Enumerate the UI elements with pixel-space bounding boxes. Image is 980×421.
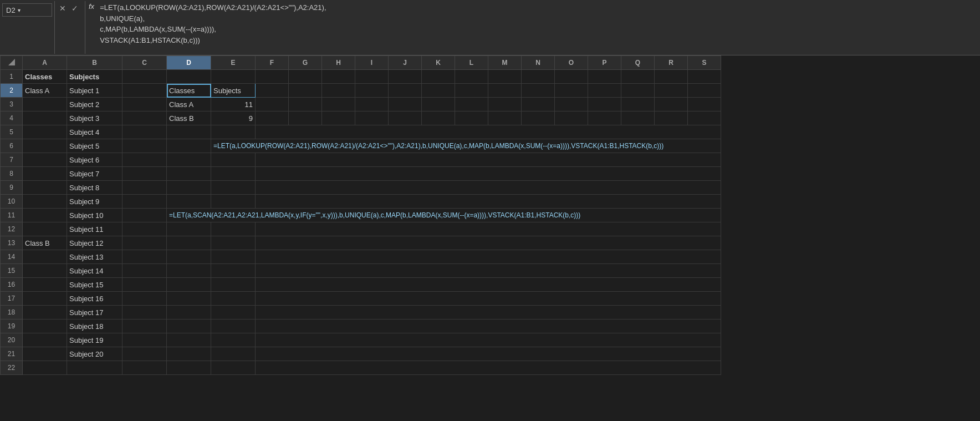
- cell-D7[interactable]: [167, 153, 211, 167]
- cell-B18[interactable]: Subject 17: [67, 306, 122, 319]
- cell-B21[interactable]: Subject 20: [67, 347, 122, 361]
- cell-E6[interactable]: =LET(a,LOOKUP(ROW(A2:A21),ROW(A2:A21)/(A…: [211, 139, 721, 153]
- cell-L4[interactable]: [455, 111, 488, 125]
- cell-D14[interactable]: [167, 250, 211, 264]
- cell-E22[interactable]: [211, 361, 256, 375]
- cell-ref-dropdown-arrow[interactable]: ▾: [18, 7, 21, 13]
- cell-S3[interactable]: [688, 98, 721, 111]
- cell-J4[interactable]: [389, 111, 422, 125]
- cell-B2[interactable]: Subject 1: [67, 84, 122, 98]
- cell-D21[interactable]: [167, 347, 211, 361]
- col-header-F[interactable]: F: [256, 56, 289, 70]
- cell-J1[interactable]: [389, 70, 422, 84]
- cell-F9-onward[interactable]: [256, 181, 721, 195]
- col-header-O[interactable]: O: [555, 56, 588, 70]
- cell-A9[interactable]: [23, 181, 67, 195]
- cell-D12[interactable]: [167, 222, 211, 236]
- cell-C15[interactable]: [122, 264, 167, 278]
- cell-D22[interactable]: [167, 361, 211, 375]
- cell-F20-onward[interactable]: [256, 333, 721, 347]
- cell-C14[interactable]: [122, 250, 167, 264]
- cell-A13[interactable]: Class B: [23, 236, 67, 250]
- cell-A1[interactable]: Classes: [23, 70, 67, 84]
- cell-A10[interactable]: [23, 195, 67, 209]
- cell-L3[interactable]: [455, 98, 488, 111]
- cell-S4[interactable]: [688, 111, 721, 125]
- cell-D6-formula[interactable]: [167, 139, 211, 153]
- cell-K2[interactable]: [422, 84, 455, 98]
- cancel-edit-button[interactable]: ✕: [57, 3, 68, 13]
- cell-D20[interactable]: [167, 333, 211, 347]
- cell-C7[interactable]: [122, 153, 167, 167]
- cell-A7[interactable]: [23, 153, 67, 167]
- cell-O1[interactable]: [555, 70, 588, 84]
- col-header-R[interactable]: R: [655, 56, 688, 70]
- cell-B15[interactable]: Subject 14: [67, 264, 122, 278]
- cell-P2[interactable]: [588, 84, 621, 98]
- cell-N2[interactable]: [522, 84, 555, 98]
- cell-F16-onward[interactable]: [256, 278, 721, 292]
- cell-C8[interactable]: [122, 167, 167, 181]
- cell-B20[interactable]: Subject 19: [67, 333, 122, 347]
- cell-B9[interactable]: Subject 8: [67, 181, 122, 195]
- cell-N1[interactable]: [522, 70, 555, 84]
- col-header-P[interactable]: P: [588, 56, 621, 70]
- cell-A14[interactable]: [23, 250, 67, 264]
- cell-K3[interactable]: [422, 98, 455, 111]
- cell-E20[interactable]: [211, 333, 256, 347]
- cell-D11-formula[interactable]: =LET(a,SCAN(A2:A21,A2:A21,LAMBDA(x,y,IF(…: [167, 209, 721, 222]
- cell-I4[interactable]: [355, 111, 389, 125]
- cell-B5[interactable]: Subject 4: [67, 125, 122, 139]
- cell-F14-onward[interactable]: [256, 250, 721, 264]
- cell-D18[interactable]: [167, 306, 211, 319]
- cell-F4[interactable]: [256, 111, 289, 125]
- cell-K1[interactable]: [422, 70, 455, 84]
- cell-G1[interactable]: [289, 70, 322, 84]
- cell-A18[interactable]: [23, 306, 67, 319]
- cell-P1[interactable]: [588, 70, 621, 84]
- cell-F5-onward[interactable]: [256, 125, 721, 139]
- cell-C4[interactable]: [122, 111, 167, 125]
- cell-A6[interactable]: [23, 139, 67, 153]
- cell-D16[interactable]: [167, 278, 211, 292]
- col-header-K[interactable]: K: [422, 56, 455, 70]
- cell-C1[interactable]: [122, 70, 167, 84]
- cell-A15[interactable]: [23, 264, 67, 278]
- cell-M4[interactable]: [488, 111, 522, 125]
- cell-F18-onward[interactable]: [256, 306, 721, 319]
- cell-B16[interactable]: Subject 15: [67, 278, 122, 292]
- cell-B13[interactable]: Subject 12: [67, 236, 122, 250]
- cell-A3[interactable]: [23, 98, 67, 111]
- formula-input[interactable]: =LET(a,LOOKUP(ROW(A2:A21),ROW(A2:A21)/(A…: [98, 1, 978, 47]
- cell-N4[interactable]: [522, 111, 555, 125]
- cell-F13-onward[interactable]: [256, 236, 721, 250]
- cell-D2[interactable]: Classes: [167, 84, 211, 98]
- cell-O3[interactable]: [555, 98, 588, 111]
- cell-A11[interactable]: [23, 209, 67, 222]
- cell-D19[interactable]: [167, 319, 211, 333]
- cell-B1[interactable]: Subjects: [67, 70, 122, 84]
- cell-C19[interactable]: [122, 319, 167, 333]
- cell-B14[interactable]: Subject 13: [67, 250, 122, 264]
- cell-E15[interactable]: [211, 264, 256, 278]
- cell-E16[interactable]: [211, 278, 256, 292]
- col-header-S[interactable]: S: [688, 56, 721, 70]
- cell-C10[interactable]: [122, 195, 167, 209]
- cell-I3[interactable]: [355, 98, 389, 111]
- cell-C16[interactable]: [122, 278, 167, 292]
- cell-M2[interactable]: [488, 84, 522, 98]
- cell-A8[interactable]: [23, 167, 67, 181]
- cell-D8[interactable]: [167, 167, 211, 181]
- cell-D3[interactable]: Class A: [167, 98, 211, 111]
- cell-E4[interactable]: 9: [211, 111, 256, 125]
- col-header-G[interactable]: G: [289, 56, 322, 70]
- cell-I1[interactable]: [355, 70, 389, 84]
- cell-S1[interactable]: [688, 70, 721, 84]
- cell-E19[interactable]: [211, 319, 256, 333]
- cell-E1[interactable]: [211, 70, 256, 84]
- col-header-B[interactable]: B: [67, 56, 122, 70]
- cell-D10[interactable]: [167, 195, 211, 209]
- cell-R4[interactable]: [655, 111, 688, 125]
- cell-D17[interactable]: [167, 292, 211, 306]
- cell-R2[interactable]: [655, 84, 688, 98]
